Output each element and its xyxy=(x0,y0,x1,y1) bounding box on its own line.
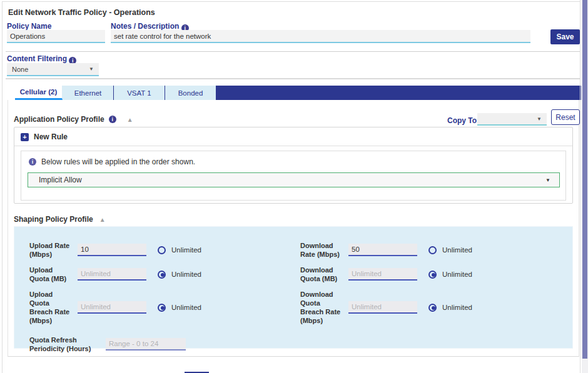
upload-breach-label: Upload Quota Breach Rate (Mbps) xyxy=(29,290,71,325)
save-button[interactable]: Save xyxy=(550,29,580,44)
rules-info: Below rules will be applied in the order… xyxy=(21,151,565,166)
info-icon xyxy=(29,158,36,166)
shaping-policy-title: Shaping Policy Profile xyxy=(14,215,93,224)
download-quota-label: Download Quota (MB) xyxy=(300,266,342,283)
quota-refresh-row: Quota Refresh Periodicity (Hours) xyxy=(29,335,286,354)
application-policy-info-icon[interactable] xyxy=(109,116,116,123)
download-rate-row: Download Rate (Mbps) Unlimited xyxy=(300,237,557,263)
tabbar-filler xyxy=(216,86,581,100)
new-rule-button[interactable]: New Rule xyxy=(14,127,572,146)
upload-rate-label: Upload Rate (Mbps) xyxy=(29,241,71,259)
upload-quota-input[interactable] xyxy=(78,268,146,281)
plus-icon xyxy=(21,133,29,141)
upload-breach-input[interactable] xyxy=(78,301,146,314)
download-breach-unlimited-radio[interactable] xyxy=(428,304,437,312)
connection-tabbar: Cellular (2) Ethernet VSAT 1 Bonded xyxy=(15,86,581,100)
divider xyxy=(6,51,580,52)
policy-name-label: Policy Name xyxy=(7,22,51,31)
upload-quota-row: Upload Quota (MB) Unlimited xyxy=(29,265,286,284)
collapse-arrow-icon[interactable] xyxy=(99,216,106,223)
chevron-down-icon: ▼ xyxy=(89,66,94,72)
policy-name-input[interactable] xyxy=(7,30,105,43)
quota-refresh-input[interactable] xyxy=(106,338,186,351)
rules-box: Below rules will be applied in the order… xyxy=(21,151,566,201)
upload-rate-input[interactable] xyxy=(78,244,146,256)
shaping-policy-box: Upload Rate (Mbps) Unlimited Upload Quot… xyxy=(14,226,573,349)
chevron-down-icon: ▼ xyxy=(545,177,550,183)
quota-refresh-label: Quota Refresh Periodicity (Hours) xyxy=(29,336,103,353)
copy-to-dropdown[interactable]: ▼ xyxy=(477,113,547,126)
download-rate-unlimited-radio[interactable] xyxy=(428,246,437,254)
tab-cellular[interactable]: Cellular (2) xyxy=(15,86,63,100)
page-title: Edit Network Traffic Policy - Operations xyxy=(8,8,155,17)
reset-button[interactable]: Reset xyxy=(551,109,580,125)
upload-breach-unlimited-radio[interactable] xyxy=(158,304,166,312)
rule-implicit-allow[interactable]: Implicit Allow ▼ xyxy=(28,172,560,187)
upload-column: Upload Rate (Mbps) Unlimited Upload Quot… xyxy=(29,237,286,356)
content-filtering-dropdown[interactable]: None ▼ xyxy=(7,63,99,76)
tab-vsat[interactable]: VSAT 1 xyxy=(114,86,165,100)
download-quota-unlimited-radio[interactable] xyxy=(428,271,437,279)
upload-breach-row: Upload Quota Breach Rate (Mbps) Unlimite… xyxy=(29,286,286,329)
copy-to-label: Copy To: xyxy=(447,116,479,125)
vertical-scrollbar[interactable] xyxy=(582,0,588,373)
download-breach-label: Download Quota Breach Rate (Mbps) xyxy=(300,290,342,325)
application-policy-box: New Rule Below rules will be applied in … xyxy=(14,127,573,204)
panel-right-border xyxy=(580,0,580,373)
download-rate-input[interactable] xyxy=(348,244,417,256)
download-column: Download Rate (Mbps) Unlimited Download … xyxy=(300,237,557,331)
download-breach-input[interactable] xyxy=(348,301,417,314)
divider xyxy=(6,78,580,79)
download-quota-row: Download Quota (MB) Unlimited xyxy=(300,265,557,284)
tab-bonded[interactable]: Bonded xyxy=(165,86,216,100)
application-policy-title: Application Policy Profile xyxy=(14,115,104,124)
upload-rate-row: Upload Rate (Mbps) Unlimited xyxy=(29,237,286,263)
tab-ethernet[interactable]: Ethernet xyxy=(63,86,114,100)
application-policy-header: Application Policy Profile xyxy=(14,115,133,124)
shaping-policy-header: Shaping Policy Profile xyxy=(14,215,106,224)
upload-quota-unlimited-radio[interactable] xyxy=(158,271,166,279)
chevron-down-icon: ▼ xyxy=(537,116,542,122)
upload-rate-unlimited-radio[interactable] xyxy=(158,246,166,254)
download-rate-label: Download Rate (Mbps) xyxy=(300,241,342,259)
scrollbar-thumb[interactable] xyxy=(582,0,587,359)
upload-quota-label: Upload Quota (MB) xyxy=(29,266,71,283)
download-quota-input[interactable] xyxy=(348,268,417,281)
download-breach-row: Download Quota Breach Rate (Mbps) Unlimi… xyxy=(300,286,557,329)
notes-input[interactable] xyxy=(111,30,530,43)
edit-policy-dialog: Edit Network Traffic Policy - Operations… xyxy=(2,1,580,373)
collapse-arrow-icon[interactable] xyxy=(127,116,133,123)
